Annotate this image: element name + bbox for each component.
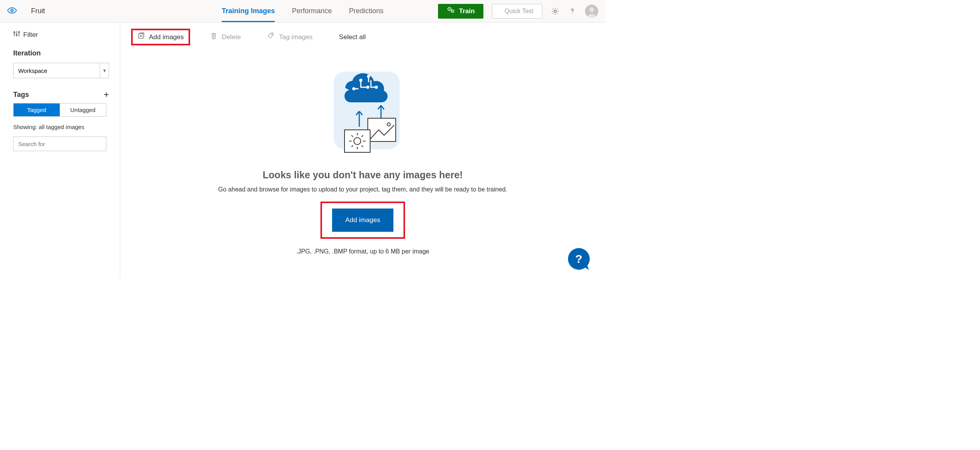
svg-rect-26: [368, 118, 396, 141]
custom-vision-logo-icon: [7, 5, 17, 17]
header-bar: Fruit Training Images Performance Predic…: [0, 0, 605, 22]
svg-point-19: [272, 34, 272, 35]
toolbar: Add images Delete Tag images: [128, 22, 597, 49]
tag-images-button[interactable]: Tag images: [262, 29, 318, 45]
empty-state: Looks like you don't have any images her…: [128, 69, 597, 255]
tags-section-label: Tags: [13, 91, 29, 99]
add-images-icon: [137, 33, 144, 41]
select-all-button[interactable]: Select all: [334, 30, 371, 44]
tag-icon: [267, 33, 274, 41]
filter-icon: [13, 30, 20, 39]
train-button-label: Train: [459, 7, 475, 15]
add-images-cta-highlight: Add images: [321, 202, 404, 238]
tab-performance[interactable]: Performance: [292, 0, 332, 22]
header-left: Fruit: [7, 5, 45, 17]
empty-title: Looks like you don't have any images her…: [263, 169, 463, 181]
tab-predictions[interactable]: Predictions: [349, 0, 384, 22]
user-avatar[interactable]: [585, 5, 598, 18]
svg-point-25: [366, 86, 369, 89]
delete-button[interactable]: Delete: [205, 29, 246, 45]
gears-icon: [447, 6, 455, 16]
svg-point-23: [375, 86, 378, 89]
filter-button[interactable]: Filter: [13, 30, 109, 39]
showing-text: Showing: all tagged images: [13, 124, 109, 130]
iteration-section-label: Iteration: [13, 49, 109, 57]
header-tabs: Training Images Performance Predictions: [222, 0, 383, 22]
tag-search-input[interactable]: [13, 136, 106, 151]
train-button[interactable]: Train: [438, 4, 483, 19]
svg-point-11: [14, 32, 15, 33]
add-images-label: Add images: [149, 33, 184, 41]
tag-toggle: Tagged Untagged: [13, 103, 106, 117]
empty-illustration: [322, 69, 403, 158]
sidebar: Filter Iteration Workspace ▼ Tags + Tagg…: [0, 22, 120, 278]
quick-test-button[interactable]: Quick Test: [492, 4, 542, 19]
tag-images-label: Tag images: [279, 33, 313, 41]
project-name: Fruit: [31, 7, 45, 15]
iteration-select[interactable]: Workspace: [13, 63, 109, 78]
quick-test-label: Quick Test: [505, 8, 533, 15]
help-icon[interactable]: [568, 7, 577, 16]
svg-point-6: [554, 10, 556, 12]
header-right: Train Quick Test: [438, 4, 598, 19]
trash-icon: [210, 33, 217, 41]
add-images-cta-button[interactable]: Add images: [332, 209, 393, 232]
format-hint: .JPG, .PNG, .BMP format, up to 6 MB per …: [296, 248, 429, 255]
add-images-button[interactable]: Add images: [132, 29, 189, 45]
add-tag-button[interactable]: +: [104, 90, 109, 99]
svg-point-21: [359, 79, 362, 82]
tag-toggle-untagged[interactable]: Untagged: [60, 103, 106, 116]
body: Filter Iteration Workspace ▼ Tags + Tagg…: [0, 22, 605, 278]
svg-point-13: [16, 34, 17, 35]
settings-icon[interactable]: [551, 7, 559, 16]
filter-label: Filter: [23, 31, 38, 39]
delete-label: Delete: [222, 33, 241, 41]
help-fab-button[interactable]: ?: [568, 248, 590, 270]
tag-toggle-tagged[interactable]: Tagged: [14, 103, 60, 116]
iteration-select-wrap: Workspace ▼: [13, 63, 109, 78]
svg-point-1: [12, 10, 12, 10]
svg-point-22: [367, 75, 370, 78]
svg-point-24: [352, 87, 355, 90]
svg-point-9: [589, 7, 594, 12]
tags-header: Tags +: [13, 90, 109, 99]
svg-point-7: [572, 13, 573, 14]
svg-point-3: [449, 9, 450, 10]
svg-point-15: [18, 31, 19, 33]
select-all-label: Select all: [339, 33, 366, 41]
main-content: Add images Delete Tag images: [120, 22, 605, 278]
tab-training-images[interactable]: Training Images: [222, 0, 275, 22]
empty-description: Go ahead and browse for images to upload…: [218, 186, 507, 193]
svg-point-5: [452, 11, 453, 12]
